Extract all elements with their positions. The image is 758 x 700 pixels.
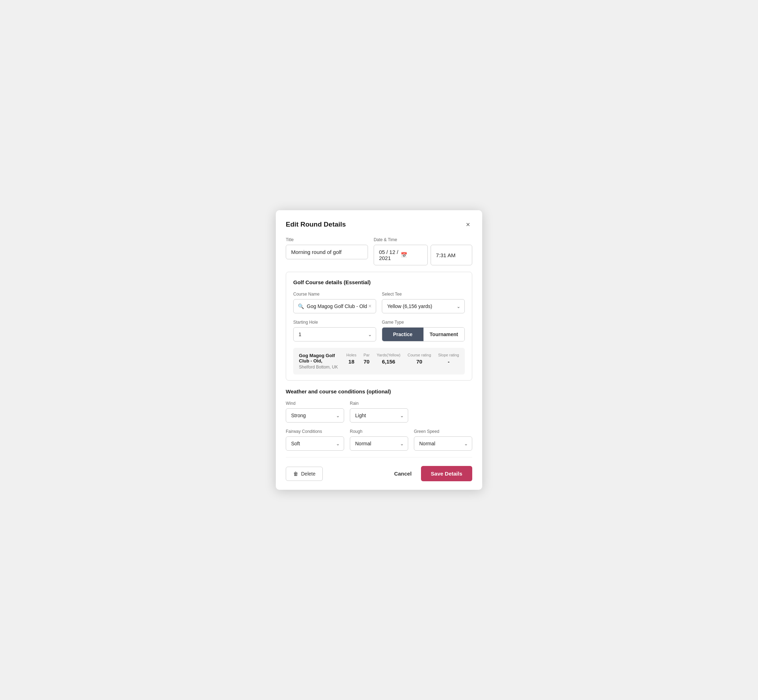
clear-icon[interactable]: × <box>368 303 371 309</box>
title-label: Title <box>286 237 368 242</box>
starting-hole-group: Starting Hole 1 10 ⌄ <box>293 320 376 341</box>
wind-container: None Light Moderate Strong ⌄ <box>286 408 344 423</box>
select-tee-container: Yellow (6,156 yards) ⌄ <box>382 299 465 313</box>
fairway-dropdown[interactable]: Soft Normal Hard <box>286 436 344 451</box>
rough-group: Rough Soft Normal Hard ⌄ <box>350 429 408 451</box>
course-full-name: Gog Magog Golf Club - Old, <box>299 353 341 364</box>
title-input[interactable] <box>286 245 368 259</box>
rough-label: Rough <box>350 429 408 434</box>
holes-value: 18 <box>348 359 354 364</box>
holes-label: Holes <box>346 353 356 357</box>
divider <box>286 457 472 458</box>
search-icon: 🔍 <box>298 303 304 309</box>
par-label: Par <box>363 353 370 357</box>
course-name-label: Course Name <box>293 292 376 297</box>
hole-gametype-row: Starting Hole 1 10 ⌄ Game Type Practice … <box>293 320 465 341</box>
par-stat: Par 70 <box>363 353 370 364</box>
starting-hole-label: Starting Hole <box>293 320 376 325</box>
yards-value: 6,156 <box>382 359 395 364</box>
par-value: 70 <box>364 359 370 364</box>
slope-rating-value: - <box>448 359 449 364</box>
rough-dropdown[interactable]: Soft Normal Hard <box>350 436 408 451</box>
save-button[interactable]: Save Details <box>421 466 472 481</box>
course-name-input[interactable]: 🔍 Gog Magog Golf Club - Old × <box>293 299 376 313</box>
course-info-box: Gog Magog Golf Club - Old, Shelford Bott… <box>293 348 465 375</box>
date-time-label: Date & Time <box>374 237 472 242</box>
game-type-group: Game Type Practice Tournament <box>382 320 465 341</box>
rough-container: Soft Normal Hard ⌄ <box>350 436 408 451</box>
time-value: 7:31 AM <box>436 252 456 258</box>
date-input[interactable]: 05 / 12 / 2021 📅 <box>374 245 428 266</box>
starting-hole-container: 1 10 ⌄ <box>293 327 376 341</box>
trash-icon: 🗑 <box>293 471 298 477</box>
holes-stat: Holes 18 <box>346 353 356 364</box>
close-button[interactable]: × <box>464 220 472 229</box>
green-speed-container: Slow Normal Fast ⌄ <box>414 436 472 451</box>
green-speed-group: Green Speed Slow Normal Fast ⌄ <box>414 429 472 451</box>
golf-course-title: Golf Course details (Essential) <box>293 279 465 285</box>
course-name-block: Gog Magog Golf Club - Old, Shelford Bott… <box>299 353 341 370</box>
modal-title: Edit Round Details <box>286 220 346 228</box>
course-name-value: Gog Magog Golf Club - Old <box>307 303 368 309</box>
course-rating-label: Course rating <box>407 353 431 357</box>
delete-button[interactable]: 🗑 Delete <box>286 467 323 481</box>
date-time-group: Date & Time 05 / 12 / 2021 📅 7:31 AM <box>374 237 472 266</box>
cancel-button[interactable]: Cancel <box>388 467 418 481</box>
title-group: Title <box>286 237 368 266</box>
course-location: Shelford Bottom, UK <box>299 364 341 370</box>
delete-label: Delete <box>301 471 315 477</box>
tournament-button[interactable]: Tournament <box>423 328 465 341</box>
select-tee-dropdown[interactable]: Yellow (6,156 yards) <box>382 299 465 313</box>
date-value: 05 / 12 / 2021 <box>379 249 401 261</box>
game-type-label: Game Type <box>382 320 465 325</box>
wind-label: Wind <box>286 401 344 406</box>
select-tee-label: Select Tee <box>382 292 465 297</box>
yards-label: Yards(Yellow) <box>377 353 401 357</box>
select-tee-group: Select Tee Yellow (6,156 yards) ⌄ <box>382 292 465 313</box>
weather-section-title: Weather and course conditions (optional) <box>286 388 472 394</box>
fairway-group: Fairway Conditions Soft Normal Hard ⌄ <box>286 429 344 451</box>
modal-header: Edit Round Details × <box>286 220 472 229</box>
wind-rain-row: Wind None Light Moderate Strong ⌄ Rain N… <box>286 401 472 423</box>
course-rating-value: 70 <box>417 359 423 364</box>
slope-rating-stat: Slope rating - <box>438 353 459 364</box>
slope-rating-label: Slope rating <box>438 353 459 357</box>
starting-hole-dropdown[interactable]: 1 10 <box>293 327 376 341</box>
rain-label: Rain <box>350 401 408 406</box>
title-date-row: Title Date & Time 05 / 12 / 2021 📅 7:31 … <box>286 237 472 266</box>
weather-section: Weather and course conditions (optional)… <box>286 388 472 451</box>
time-input[interactable]: 7:31 AM <box>431 245 472 266</box>
yards-stat: Yards(Yellow) 6,156 <box>377 353 401 364</box>
rain-dropdown[interactable]: None Light Moderate Heavy <box>350 408 408 423</box>
bottom-actions: 🗑 Delete Cancel Save Details <box>286 466 472 481</box>
edit-round-modal: Edit Round Details × Title Date & Time 0… <box>276 210 482 490</box>
course-tee-row: Course Name 🔍 Gog Magog Golf Club - Old … <box>293 292 465 313</box>
course-rating-stat: Course rating 70 <box>407 353 431 364</box>
rain-group: Rain None Light Moderate Heavy ⌄ <box>350 401 408 423</box>
calendar-icon: 📅 <box>401 252 423 258</box>
course-stats: Holes 18 Par 70 Yards(Yellow) 6,156 Cour… <box>346 353 459 364</box>
fairway-label: Fairway Conditions <box>286 429 344 434</box>
right-actions: Cancel Save Details <box>388 466 472 481</box>
wind-group: Wind None Light Moderate Strong ⌄ <box>286 401 344 423</box>
course-name-group: Course Name 🔍 Gog Magog Golf Club - Old … <box>293 292 376 313</box>
rain-container: None Light Moderate Heavy ⌄ <box>350 408 408 423</box>
conditions-row: Fairway Conditions Soft Normal Hard ⌄ Ro… <box>286 429 472 451</box>
golf-course-section: Golf Course details (Essential) Course N… <box>286 272 472 381</box>
wind-dropdown[interactable]: None Light Moderate Strong <box>286 408 344 423</box>
practice-button[interactable]: Practice <box>382 328 423 341</box>
green-speed-label: Green Speed <box>414 429 472 434</box>
fairway-container: Soft Normal Hard ⌄ <box>286 436 344 451</box>
game-type-toggle: Practice Tournament <box>382 327 465 341</box>
green-speed-dropdown[interactable]: Slow Normal Fast <box>414 436 472 451</box>
